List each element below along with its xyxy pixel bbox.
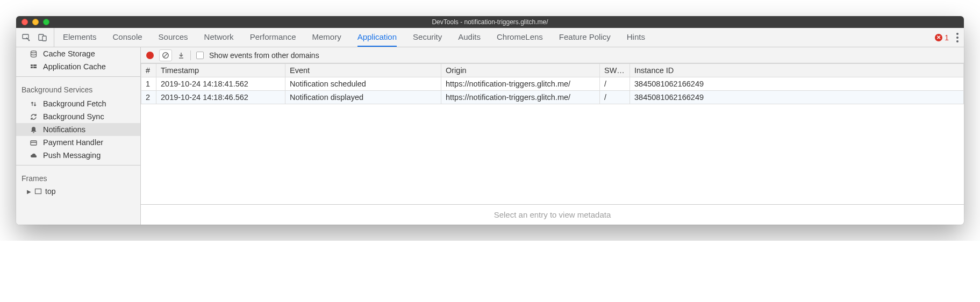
inspect-icon[interactable] <box>22 33 31 42</box>
tab-network[interactable]: Network <box>204 28 234 47</box>
cell-num: 2 <box>141 91 156 104</box>
cell-origin: https://notification-triggers.glitch.me/ <box>441 77 600 91</box>
cell-event: Notification displayed <box>285 91 441 104</box>
svg-rect-6 <box>31 67 33 68</box>
sidebar-section-bg: Background Services <box>16 80 140 97</box>
sidebar-item-push-messaging[interactable]: Push Messaging <box>16 149 140 162</box>
table-row[interactable]: 12019-10-24 14:18:41.562Notification sch… <box>141 77 964 91</box>
error-icon: ✕ <box>935 34 942 41</box>
svg-rect-9 <box>35 189 41 194</box>
clear-button[interactable] <box>159 49 172 61</box>
sidebar-item-label: Background Fetch <box>43 99 106 108</box>
disclosure-triangle-icon: ▶ <box>27 189 31 195</box>
svg-rect-4 <box>31 64 33 66</box>
cell-sw: / <box>600 77 630 91</box>
tab-console[interactable]: Console <box>113 28 142 47</box>
sidebar-item-payment-handler[interactable]: Payment Handler <box>16 136 140 149</box>
sidebar-item-label: Background Sync <box>43 112 104 121</box>
svg-rect-8 <box>31 141 37 145</box>
sidebar-item-background-fetch[interactable]: Background Fetch <box>16 97 140 110</box>
devtools-window: DevTools - notification-triggers.glitch.… <box>16 16 964 225</box>
col-origin[interactable]: Origin <box>441 64 600 77</box>
transfer-icon <box>29 100 38 108</box>
svg-rect-7 <box>33 67 37 68</box>
frames-top-item[interactable]: ▶ top <box>16 186 140 197</box>
tab-chromelens[interactable]: ChromeLens <box>497 28 543 47</box>
download-button[interactable] <box>177 52 185 59</box>
sidebar-item-label: Payment Handler <box>43 138 103 147</box>
col-sw[interactable]: SW … <box>600 64 630 77</box>
database-icon <box>29 50 38 58</box>
frames-top-label: top <box>45 187 55 196</box>
sidebar-item-label: Notifications <box>43 125 85 134</box>
sidebar-item-cache-storage[interactable]: Cache Storage <box>16 47 140 60</box>
col-timestamp[interactable]: Timestamp <box>156 64 285 77</box>
tab-audits[interactable]: Audits <box>458 28 481 47</box>
sidebar-section-frames: Frames <box>16 169 140 186</box>
separator <box>190 51 191 60</box>
main-panel: Show events from other domains # Timesta… <box>141 47 964 225</box>
grid-icon <box>29 63 38 71</box>
panel-tabs: ElementsConsoleSourcesNetworkPerformance… <box>16 28 964 47</box>
sidebar: Cache StorageApplication Cache Backgroun… <box>16 47 141 225</box>
cell-instance: 3845081062166249 <box>630 91 964 104</box>
tab-feature-policy[interactable]: Feature Policy <box>559 28 611 47</box>
cell-num: 1 <box>141 77 156 91</box>
sidebar-item-label: Cache Storage <box>43 49 95 58</box>
cell-event: Notification scheduled <box>285 77 441 91</box>
svg-rect-0 <box>23 34 28 39</box>
tab-security[interactable]: Security <box>413 28 442 47</box>
tab-hints[interactable]: Hints <box>627 28 645 47</box>
tab-performance[interactable]: Performance <box>250 28 296 47</box>
sync-icon <box>29 113 38 121</box>
svg-point-3 <box>31 51 36 53</box>
frame-icon <box>34 188 42 195</box>
sidebar-item-notifications[interactable]: Notifications <box>16 123 140 136</box>
show-other-domains-label: Show events from other domains <box>209 51 319 60</box>
card-icon <box>29 139 38 147</box>
events-toolbar: Show events from other domains <box>141 47 964 63</box>
show-other-domains-checkbox[interactable] <box>196 52 204 59</box>
cloud-icon <box>29 152 38 160</box>
events-table[interactable]: # Timestamp Event Origin SW … Instance I… <box>141 63 964 204</box>
sidebar-item-application-cache[interactable]: Application Cache <box>16 60 140 73</box>
sidebar-item-label: Application Cache <box>43 62 106 71</box>
cell-instance: 3845081062166249 <box>630 77 964 91</box>
titlebar: DevTools - notification-triggers.glitch.… <box>16 16 964 28</box>
record-button[interactable] <box>146 52 154 59</box>
bell-icon <box>29 126 38 134</box>
cell-sw: / <box>600 91 630 104</box>
tab-application[interactable]: Application <box>357 28 397 47</box>
col-num[interactable]: # <box>141 64 156 77</box>
svg-rect-5 <box>33 64 37 66</box>
col-instance[interactable]: Instance ID <box>630 64 964 77</box>
sidebar-item-background-sync[interactable]: Background Sync <box>16 110 140 123</box>
metadata-hint: Select an entry to view metadata <box>141 204 964 225</box>
tab-elements[interactable]: Elements <box>63 28 97 47</box>
tab-sources[interactable]: Sources <box>159 28 188 47</box>
error-count-badge[interactable]: ✕ 1 <box>935 33 949 42</box>
table-header-row: # Timestamp Event Origin SW … Instance I… <box>141 64 964 77</box>
window-title: DevTools - notification-triggers.glitch.… <box>16 18 964 26</box>
device-toggle-icon[interactable] <box>38 33 47 42</box>
panel-body: Cache StorageApplication Cache Backgroun… <box>16 47 964 225</box>
error-count: 1 <box>945 33 949 42</box>
cell-timestamp: 2019-10-24 14:18:46.562 <box>156 91 285 104</box>
svg-rect-2 <box>42 36 46 41</box>
cell-timestamp: 2019-10-24 14:18:41.562 <box>156 77 285 91</box>
sidebar-item-label: Push Messaging <box>43 151 101 160</box>
more-menu-icon[interactable] <box>956 33 958 42</box>
cell-origin: https://notification-triggers.glitch.me/ <box>441 91 600 104</box>
table-row[interactable]: 22019-10-24 14:18:46.562Notification dis… <box>141 91 964 104</box>
col-event[interactable]: Event <box>285 64 441 77</box>
tab-memory[interactable]: Memory <box>312 28 341 47</box>
